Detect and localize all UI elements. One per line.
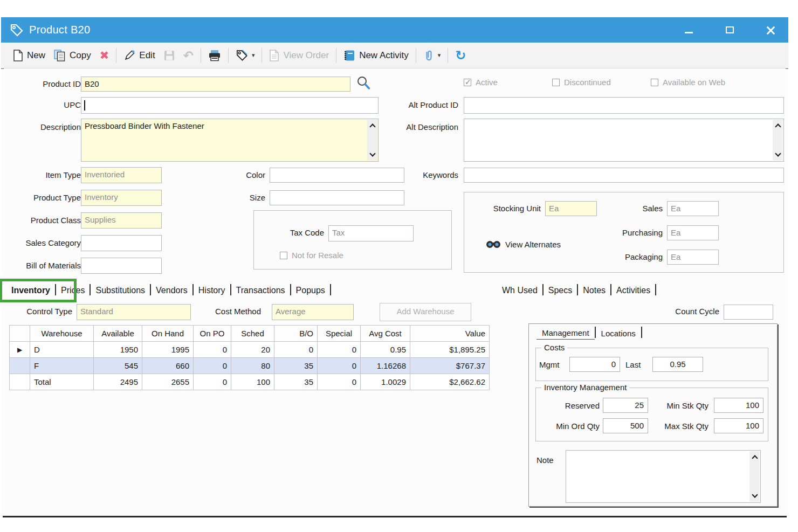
cost-method-combo[interactable]: Average xyxy=(272,304,354,320)
col-sched[interactable]: Sched xyxy=(231,326,274,342)
label-tag-button[interactable]: ▾ xyxy=(231,47,259,64)
scroll-down-icon[interactable] xyxy=(752,492,758,498)
description-field[interactable]: Pressboard Binder With Fastener xyxy=(81,119,379,162)
add-warehouse-button[interactable]: Add Warehouse xyxy=(380,303,471,321)
tab-separator xyxy=(655,284,656,295)
size-field[interactable] xyxy=(270,190,404,205)
cell: 35 xyxy=(274,374,318,390)
tab-specs[interactable]: Specs xyxy=(544,285,577,296)
save-button[interactable] xyxy=(160,48,179,63)
active-checkbox[interactable]: ✓ Active xyxy=(464,78,498,87)
cell: 0 xyxy=(194,342,231,358)
tab-activities[interactable]: Activities xyxy=(611,285,655,296)
col-available[interactable]: Available xyxy=(94,326,142,342)
available-on-web-checkbox[interactable]: Available on Web xyxy=(651,78,725,87)
scroll-down-icon[interactable] xyxy=(369,150,375,156)
reserved-field[interactable]: 25 xyxy=(603,398,648,413)
product-id-field[interactable]: B20 xyxy=(81,77,350,92)
view-alternates-button[interactable]: View Alternates xyxy=(486,240,561,249)
col-on-po[interactable]: On PO xyxy=(194,326,231,342)
tab-vendors[interactable]: Vendors xyxy=(151,285,192,296)
delete-button[interactable]: ✖ xyxy=(95,47,114,64)
tab-transactions[interactable]: Transactions xyxy=(231,285,290,296)
table-row[interactable]: F 545 660 0 80 35 0 1.16268 $767.37 xyxy=(10,358,490,374)
mgmt-cost-field[interactable]: 0 xyxy=(569,357,620,372)
note-scrollbar[interactable] xyxy=(749,451,760,502)
tab-popups[interactable]: Popups xyxy=(291,285,330,296)
cell: 0 xyxy=(194,358,231,374)
packaging-unit-combo[interactable]: Ea xyxy=(667,250,719,265)
refresh-icon: ↻ xyxy=(455,50,466,61)
max-stk-qty-field[interactable]: 100 xyxy=(714,418,763,433)
upc-field[interactable] xyxy=(81,97,379,114)
undo-button[interactable]: ↶ xyxy=(179,48,198,63)
tax-code-combo[interactable]: Tax xyxy=(328,225,414,241)
purchasing-unit-combo[interactable]: Ea xyxy=(667,225,719,240)
minimize-button[interactable] xyxy=(680,22,697,38)
edit-button[interactable]: Edit xyxy=(119,47,159,64)
row-selector-header xyxy=(10,326,30,342)
alt-description-scrollbar[interactable] xyxy=(773,120,783,161)
sales-category-combo[interactable] xyxy=(81,235,162,251)
scroll-down-icon[interactable] xyxy=(775,150,781,156)
scroll-up-icon[interactable] xyxy=(775,123,781,129)
stocking-unit-value: Ea xyxy=(549,204,559,213)
keywords-field[interactable] xyxy=(464,168,784,183)
col-special[interactable]: Special xyxy=(318,326,361,342)
cell: 0 xyxy=(318,358,361,374)
tab-prices[interactable]: Prices xyxy=(56,285,90,296)
col-avg-cost[interactable]: Avg Cost xyxy=(361,326,410,342)
tab-history[interactable]: History xyxy=(194,285,230,296)
cell: 1950 xyxy=(94,342,142,358)
tab-notes[interactable]: Notes xyxy=(578,285,610,296)
tab-management[interactable]: Management xyxy=(536,327,595,340)
table-row[interactable]: Total 2495 2655 0 100 35 0 1.0029 $2,662… xyxy=(10,374,490,390)
bill-of-materials-combo[interactable] xyxy=(81,258,162,274)
col-on-hand[interactable]: On Hand xyxy=(142,326,194,342)
col-warehouse[interactable]: Warehouse xyxy=(30,326,94,342)
product-type-combo[interactable]: Inventory xyxy=(81,190,162,206)
alt-product-id-field[interactable] xyxy=(464,97,784,114)
min-ord-qty-field[interactable]: 500 xyxy=(603,418,648,433)
search-icon[interactable] xyxy=(356,75,371,91)
description-scrollbar[interactable] xyxy=(367,120,377,161)
product-class-combo[interactable]: Supplies xyxy=(81,212,162,229)
scroll-up-icon[interactable] xyxy=(752,455,758,461)
tax-code-label: Tax Code xyxy=(259,228,324,237)
cell: 2655 xyxy=(142,374,194,390)
item-type-combo[interactable]: Inventoried xyxy=(81,167,162,183)
undo-icon: ↶ xyxy=(183,50,194,61)
col-value[interactable]: Value xyxy=(410,326,490,342)
new-activity-button[interactable]: New Activity xyxy=(339,47,413,64)
not-for-resale-checkbox[interactable]: Not for Resale xyxy=(280,251,343,260)
tab-inventory[interactable]: Inventory xyxy=(6,285,55,296)
tab-wh-used[interactable]: Wh Used xyxy=(497,285,542,296)
titlebar: Product B20 xyxy=(1,17,788,43)
control-type-combo[interactable]: Standard xyxy=(77,304,191,320)
last-cost-field[interactable]: 0.95 xyxy=(652,357,703,372)
min-stk-qty-field[interactable]: 100 xyxy=(714,398,763,413)
alt-description-field[interactable] xyxy=(464,119,784,162)
toolbar-separator xyxy=(228,48,229,63)
refresh-button[interactable]: ↻ xyxy=(451,47,470,64)
maximize-button[interactable] xyxy=(721,22,738,38)
attachments-button[interactable]: ▾ xyxy=(419,47,445,64)
tab-substitutions[interactable]: Substitutions xyxy=(91,285,150,296)
close-button[interactable] xyxy=(762,22,779,38)
print-button[interactable] xyxy=(204,47,225,64)
copy-button[interactable]: Copy xyxy=(50,47,95,64)
binoculars-icon xyxy=(486,240,501,249)
new-button[interactable]: New xyxy=(9,47,50,64)
col-bo[interactable]: B/O xyxy=(274,326,318,342)
attachments-dropdown-caret-icon[interactable]: ▾ xyxy=(438,52,441,59)
tag-dropdown-caret-icon[interactable]: ▾ xyxy=(252,52,255,59)
discontinued-checkbox[interactable]: Discontinued xyxy=(552,78,611,87)
note-field[interactable] xyxy=(566,450,761,503)
tab-locations[interactable]: Locations xyxy=(596,327,641,340)
table-row[interactable]: ▶ D 1950 1995 0 20 0 0 0.95 $1,895.25 xyxy=(10,342,490,358)
cell: 1.16268 xyxy=(361,358,410,374)
sales-unit-combo[interactable]: Ea xyxy=(667,201,719,216)
scroll-up-icon[interactable] xyxy=(369,123,375,129)
count-cycle-field[interactable] xyxy=(724,305,773,320)
view-order-button[interactable]: View Order xyxy=(265,47,333,64)
